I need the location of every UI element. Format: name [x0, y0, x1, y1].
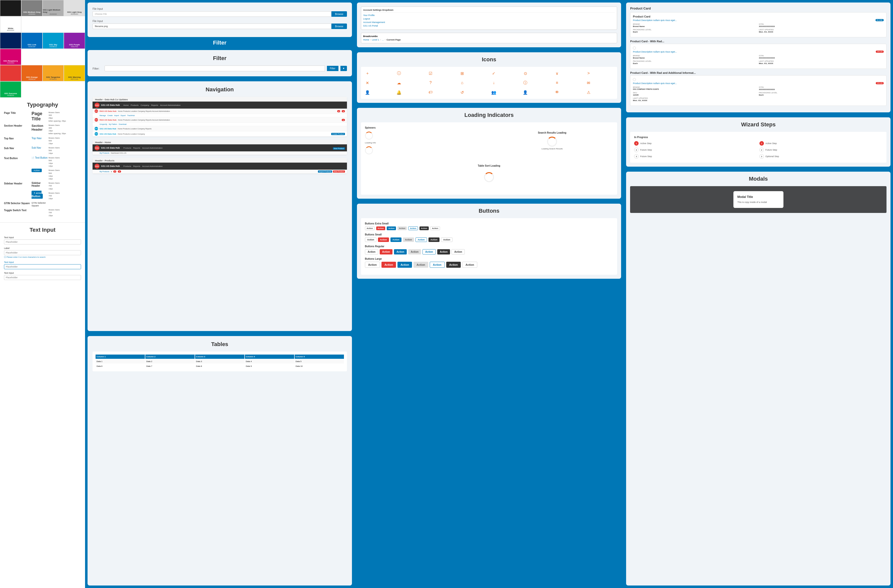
btn-sm-action-6[interactable]: Action [428, 238, 439, 242]
wizard-step-circle-6: 3 [759, 154, 764, 159]
text-input-field-1[interactable] [4, 239, 81, 244]
nav-bar-datahub: GS1 GS1 US Data Hub Home Products Compan… [93, 102, 347, 108]
typography-title: Typography [4, 102, 81, 108]
icon-menu: ≡ [553, 79, 561, 86]
product-badge-2: 1% US [876, 51, 884, 53]
btn-md-action-2[interactable]: Action [380, 249, 392, 254]
icon-info-circle: ⓘ [395, 70, 403, 77]
filter-input[interactable] [105, 66, 325, 71]
browse-button-1[interactable]: Browse [331, 11, 347, 17]
spinner-2 [365, 146, 373, 154]
modal-box: Modal Title This is copy inside of a mod… [734, 191, 783, 208]
import-products-btn[interactable]: Import Products [318, 170, 332, 173]
nav-brand: GS1 US Data Hub [101, 104, 120, 106]
typo-row-section-header: Section Header Section Header Museo Sans… [4, 124, 81, 135]
btn-xs-action-1[interactable]: Action [365, 226, 375, 230]
btn-md-action-6[interactable]: Action [437, 249, 450, 254]
typo-row-toggle: Toggle Switch Text Museo Sans70015px [4, 208, 81, 217]
breadcrumb-trail: Home › Level 1 › ... › Current Page [363, 39, 615, 41]
icon-chevron-right: > [585, 70, 592, 77]
file-input-field-1: Choose File Browse [93, 11, 347, 17]
icons-grid: ＋ ⓘ ☑ ⊞ ✓ ⊙ ∨ > ✕ ☁ ? ⌂ ↓ ⓘ ≡ ✉ 👤 🔔 🏷 ↺ [361, 67, 617, 99]
text-input-field-4[interactable] [4, 275, 81, 280]
product-card-2-desc[interactable]: Product Description nullam quis risus eg… [633, 51, 884, 53]
btn-md-action-5[interactable]: Action [422, 249, 436, 254]
account-settings-card: Account Settings Dropdown Your Profile L… [357, 3, 621, 47]
product-badge-3: 1% US [876, 82, 884, 84]
product-badge-1: IN USE [875, 19, 884, 21]
btn-md-action-4[interactable]: Action [408, 249, 421, 254]
nav-links: Home Products Company Reports Account Ad… [123, 104, 180, 106]
loading-search-text: Loading Search Results [541, 147, 563, 150]
dropdown-item-logout[interactable]: Logout [363, 17, 615, 21]
btn-md-action-1[interactable]: Action [365, 249, 378, 254]
btn-sm-action-4[interactable]: Action [403, 238, 414, 242]
btn-lg-action-3[interactable]: Action [397, 262, 412, 268]
dropdown-item-account-mgmt[interactable]: Account Management [363, 21, 615, 24]
wizard-step-label-5: Future Step [640, 155, 652, 158]
btn-sm-action-2[interactable]: Action [378, 238, 389, 242]
text-input-blue: Text Input [4, 261, 81, 269]
nav-sub-row-2: Unspecify My Pattern Download [93, 123, 347, 126]
icon-circle-check: ⊙ [522, 70, 529, 77]
btn-xs-action-2[interactable]: Action [376, 226, 385, 230]
btn-lg-action-2[interactable]: Action [382, 262, 396, 268]
btn-xs-action-7[interactable]: Action [430, 226, 440, 230]
wizard-step-circle-5: 3 [634, 154, 639, 159]
btn-lg-action-5[interactable]: Action [430, 262, 445, 268]
btn-xs-action-6[interactable]: Action [419, 226, 429, 230]
btn-sm-action-5[interactable]: Action [415, 238, 427, 242]
color-swatch-sky: GS1 Sky #009BCE [42, 33, 64, 49]
breadcrumb-ellipsis[interactable]: ... [382, 39, 384, 41]
text-input-field-3[interactable] [4, 264, 81, 269]
btn-md-action-7[interactable]: Action [451, 249, 465, 254]
text-input-title: Text Input [4, 227, 81, 233]
wizard-title: Wizard Steps [630, 121, 887, 128]
icon-checkbox: ☑ [427, 70, 434, 77]
text-input-normal-1: Text Input [4, 236, 81, 244]
btn-xs-action-4[interactable]: Action [397, 226, 407, 230]
icons-card: Icons ＋ ⓘ ☑ ⊞ ✓ ⊙ ∨ > ✕ ☁ ? ⌂ ↓ ⓘ ≡ ✉ 👤 … [357, 52, 621, 103]
new-product-btn-2[interactable]: New Product [333, 170, 345, 173]
btn-lg-action-7[interactable]: Action [462, 262, 477, 268]
nav-demo-products: Header - Products GS1 GS1 US Data Hub Pr… [93, 158, 347, 174]
product-card-3-desc[interactable]: Product Description nullam quis risus eg… [633, 82, 884, 84]
buttons-regular-section: Buttons Regular Action Action Action Act… [365, 245, 613, 254]
btn-lg-action-6[interactable]: Action [446, 262, 461, 268]
nav-table-row-3: GS1 GS1 US Data Hub Home Products Locati… [93, 126, 347, 131]
breadcrumb-level1[interactable]: Level 1 [372, 39, 379, 41]
product-card-1-desc[interactable]: Product Description nullam quis risus eg… [633, 19, 884, 21]
btn-sm-action-7[interactable]: Action [441, 238, 453, 242]
dropdown-item-portal[interactable]: GS1 US Portal [363, 24, 615, 27]
wizard-step-optional: 3 Optional Step [759, 154, 882, 159]
wizard-step-label-6: Optional Step [765, 155, 779, 158]
btn-lg-action-1[interactable]: Action [365, 262, 380, 268]
btn-sm-action-3[interactable]: Action [391, 238, 401, 242]
btn-xs-action-5[interactable]: Action [408, 226, 418, 230]
icon-tag: 🏷 [427, 89, 434, 96]
choose-file-text: Choose File [93, 11, 331, 17]
icon-close: ✕ [364, 79, 371, 86]
btn-xs-action-3[interactable]: Action [387, 226, 396, 230]
btn-md-action-3[interactable]: Action [394, 249, 407, 254]
breadcrumb-home[interactable]: Home [363, 39, 369, 41]
file-input-field-2: filename.png Browse [93, 24, 347, 29]
btn-sm-action-1[interactable]: Action [365, 238, 376, 242]
btn-lg-action-4[interactable]: Action [413, 262, 428, 268]
filter-button[interactable]: Filter [327, 66, 338, 71]
text-input-with-label: Label ⓘ Please enter 3 or more character… [4, 247, 81, 259]
product-cards-section: Product Card Product Card IN USE Product… [626, 3, 890, 112]
typo-row-large-button: Large Button Museo Sans70014px [4, 192, 81, 200]
modals-card: Modals Modal Title This is copy inside o… [626, 171, 890, 585]
dropdown-item-profile[interactable]: Your Profile [363, 14, 615, 17]
new-product-btn[interactable]: New Product [333, 147, 345, 150]
icon-eye: 👁 [553, 89, 561, 96]
icon-warning: ⚠ [585, 89, 592, 96]
text-input-normal-2: Text Input [4, 272, 81, 280]
buttons-xs-row: Action Action Action Action Action Actio… [365, 226, 613, 230]
text-input-field-2[interactable] [4, 250, 81, 255]
color-swatch-warning: GS1 Warning #EFC100 [64, 65, 85, 81]
filter-dropdown-button[interactable]: ▼ [340, 66, 347, 71]
wizard-step-circle-2: 1 [759, 141, 764, 146]
browse-button-2[interactable]: Browse [331, 24, 347, 29]
